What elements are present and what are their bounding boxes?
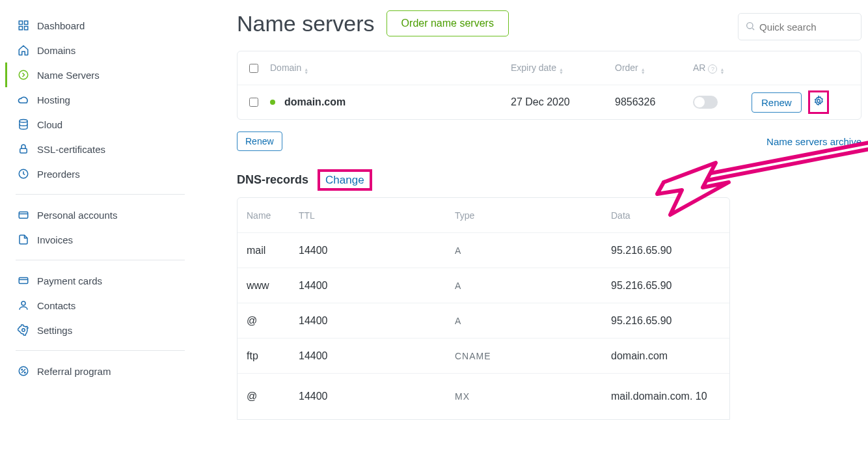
col-name: Name [247,210,299,221]
row-settings-cell [804,90,834,114]
dns-name: mail [247,245,299,256]
sidebar-item-personal-accounts[interactable]: Personal accounts [5,202,208,227]
dns-data: mail.domain.com. 10 [611,391,723,402]
sidebar-item-cloud[interactable]: Cloud [5,112,208,137]
dns-name: www [247,280,299,292]
sidebar-item-referral[interactable]: Referral program [5,359,208,383]
ar-toggle[interactable] [693,96,718,109]
col-order[interactable]: Order▲▼ [615,62,693,74]
sidebar-item-name-servers[interactable]: Name Servers [5,62,208,87]
dns-data: domain.com [611,350,723,362]
wallet-icon [16,208,31,222]
sidebar-item-label: Hosting [37,94,70,105]
sidebar-item-label: Payment cards [37,275,102,286]
sidebar-separator [16,260,185,260]
quick-search-input[interactable] [759,21,854,33]
dns-ttl: 14400 [299,391,455,402]
sidebar-item-label: Domains [37,45,75,56]
lock-icon [16,142,31,156]
domain-name: domain.com [284,96,346,108]
svg-rect-0 [19,21,22,24]
svg-point-10 [21,301,25,305]
col-ttl: TTL [299,210,455,221]
dns-ttl: 14400 [299,280,455,292]
domains-table: Domain▲▼ Expiry date▲▼ Order▲▼ AR?▲▼ dom… [237,51,861,120]
sidebar-item-payment-cards[interactable]: Payment cards [5,268,208,293]
page-title: Name servers [237,11,375,36]
dns-records-header: DNS-records Change [237,169,861,191]
name-servers-archive-link[interactable]: Name servers archive [766,136,861,147]
sidebar-item-label: Preorders [37,169,80,180]
clock-icon [16,167,31,181]
dns-type: A [455,281,611,291]
domain-cell[interactable]: domain.com [270,96,511,108]
sidebar-item-hosting[interactable]: Hosting [5,87,208,112]
ar-toggle-cell [693,96,752,109]
svg-point-13 [21,369,23,370]
col-type: Type [455,210,611,221]
search-icon [745,21,759,33]
row-settings-button[interactable] [813,95,824,109]
domains-table-header: Domain▲▼ Expiry date▲▼ Order▲▼ AR?▲▼ [237,51,861,85]
svg-rect-2 [19,27,22,30]
col-expiry[interactable]: Expiry date▲▼ [511,62,615,74]
arrow-right-circle-icon [16,68,31,82]
sidebar-item-dashboard[interactable]: Dashboard [5,13,208,38]
gear-icon [16,323,31,337]
sidebar-item-label: Personal accounts [37,210,117,221]
col-ar[interactable]: AR?▲▼ [693,62,752,74]
sidebar-item-label: Invoices [37,234,73,245]
database-icon [16,117,31,131]
expiry-cell: 27 Dec 2020 [511,96,615,108]
sidebar-item-ssl[interactable]: SSL-certificates [5,137,208,161]
dns-ttl: 14400 [299,315,455,327]
sidebar-item-label: Settings [37,325,72,336]
svg-rect-9 [19,278,28,284]
sidebar-separator [16,350,185,351]
sidebar-item-contacts[interactable]: Contacts [5,293,208,318]
sidebar-item-invoices[interactable]: Invoices [5,227,208,252]
sidebar-separator [16,194,185,195]
sidebar-item-domains[interactable]: Domains [5,38,208,62]
svg-rect-1 [25,21,28,24]
svg-point-15 [747,22,753,28]
sidebar-item-label: Contacts [37,300,75,311]
dns-change-link[interactable]: Change [325,174,364,186]
annotation-box: Change [318,169,372,191]
row-checkbox[interactable] [237,98,270,107]
svg-point-5 [20,120,27,123]
dns-data: 95.216.65.90 [611,280,723,292]
user-icon [16,298,31,312]
sidebar-item-label: Dashboard [37,20,85,31]
sidebar-item-preorders[interactable]: Preorders [5,161,208,186]
dns-data: 95.216.65.90 [611,315,723,327]
select-all-checkbox[interactable] [237,64,270,73]
sidebar-item-label: Referral program [37,366,111,377]
status-dot-icon [270,100,275,105]
dns-name: @ [247,315,299,327]
percent-icon [16,364,31,378]
dns-row: www 14400 A 95.216.65.90 [237,268,729,303]
main-content: Name servers Order name servers Domain▲▼… [208,0,868,470]
actions-row: Renew Name servers archive [237,131,861,151]
dns-type: A [455,316,611,326]
row-renew-button[interactable]: Renew [752,92,802,113]
col-domain[interactable]: Domain▲▼ [270,62,511,74]
svg-rect-8 [19,212,28,219]
help-icon[interactable]: ? [708,64,717,74]
svg-point-11 [22,329,25,332]
dns-name: ftp [247,350,299,362]
sidebar-item-settings[interactable]: Settings [5,318,208,342]
sidebar-item-label: SSL-certificates [37,144,105,155]
dns-row: ftp 14400 CNAME domain.com [237,339,729,374]
quick-search[interactable] [738,13,861,40]
dns-row: mail 14400 A 95.216.65.90 [237,233,729,268]
bulk-renew-button[interactable]: Renew [237,131,282,151]
file-icon [16,232,31,247]
renew-cell: Renew [752,92,804,113]
order-name-servers-button[interactable]: Order name servers [387,10,509,36]
dns-name: @ [247,391,299,402]
dns-type: MX [455,391,611,402]
home-icon [16,43,31,57]
svg-point-14 [25,372,26,374]
